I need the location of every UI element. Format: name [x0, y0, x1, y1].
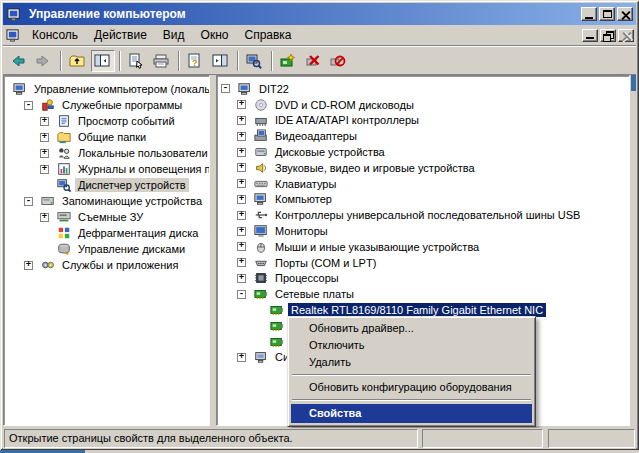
context-menu-item[interactable]: Обновить конфигурацию оборудования	[291, 379, 532, 396]
minimize-button[interactable]	[581, 7, 597, 21]
minimize-icon	[586, 37, 594, 39]
collapse-icon[interactable]: -	[221, 84, 237, 93]
tree-item[interactable]: +Просмотр событий	[4, 113, 209, 129]
expand-icon[interactable]: +	[237, 258, 253, 267]
up-level-button[interactable]	[66, 50, 90, 72]
menu-окно[interactable]: Окно	[193, 26, 237, 44]
console-icon[interactable]	[5, 27, 21, 43]
expand-icon[interactable]: +	[40, 133, 56, 142]
tree-item[interactable]: +Звуковые, видео и игровые устройства	[217, 160, 629, 176]
system-devices-icon	[253, 349, 269, 365]
child-window-buttons	[582, 29, 634, 42]
expand-icon[interactable]: +	[237, 132, 253, 141]
expand-icon[interactable]: +	[237, 148, 253, 157]
expand-icon[interactable]: +	[24, 261, 40, 270]
context-menu-item[interactable]: Свойства	[291, 404, 532, 423]
context-menu-item[interactable]: Обновить драйвер...	[291, 320, 532, 337]
child-restore-button[interactable]	[600, 29, 616, 42]
users-icon	[56, 145, 72, 161]
menu-вид[interactable]: Вид	[155, 26, 193, 44]
tree-item[interactable]: -Сетевые платы	[217, 286, 629, 302]
expand-icon[interactable]: +	[237, 195, 253, 204]
expand-icon[interactable]: +	[40, 213, 56, 222]
expand-icon[interactable]: +	[40, 117, 56, 126]
uninstall-device-button[interactable]	[302, 50, 326, 72]
monitor-icon	[253, 223, 269, 239]
tree-item-label: Компьютер	[272, 192, 335, 206]
print-button[interactable]	[150, 50, 174, 72]
computer-icon	[253, 191, 269, 207]
tree-item[interactable]: +Процессоры	[217, 271, 629, 287]
tree-item[interactable]: +Компьютер	[217, 192, 629, 208]
expand-icon[interactable]: +	[237, 274, 253, 283]
tree-item[interactable]: +Общие папки	[4, 129, 209, 145]
tree-item[interactable]: +Клавиатуры	[217, 176, 629, 192]
tree-item[interactable]: +Видеоадаптеры	[217, 128, 629, 144]
tree-item[interactable]: +Контроллеры универсальной последователь…	[217, 207, 629, 223]
scan-hardware-changes-button[interactable]	[243, 50, 267, 72]
tree-item[interactable]: Управление компьютером (локальным)	[4, 81, 209, 97]
menu-действие[interactable]: Действие	[86, 26, 155, 44]
expand-icon[interactable]: +	[237, 211, 253, 220]
tree-item[interactable]: -DIT22	[217, 81, 629, 97]
tree-item-label: DVD и CD-ROM дисководы	[272, 98, 417, 112]
expand-icon[interactable]: +	[237, 100, 253, 109]
title-bar[interactable]: Управление компьютером	[3, 3, 636, 25]
tree-item[interactable]: +Дисковые устройства	[217, 144, 629, 160]
context-menu-item[interactable]: Отключить	[291, 337, 532, 354]
context-menu-item[interactable]: Удалить	[291, 354, 532, 371]
tree-item[interactable]: -Служебные программы	[4, 97, 209, 113]
defrag-icon	[56, 225, 72, 241]
tree-item[interactable]: +Журналы и оповещения производительности	[4, 161, 209, 177]
expand-icon[interactable]: +	[237, 353, 253, 362]
tree-item[interactable]: +DVD и CD-ROM дисководы	[217, 97, 629, 113]
expand-icon[interactable]: +	[40, 165, 56, 174]
disable-device-button[interactable]	[327, 50, 351, 72]
tree-item[interactable]: Дефрагментация диска	[4, 225, 209, 241]
tree-item-label: Службы и приложения	[59, 258, 181, 272]
status-bar: Открытие страницы свойств для выделенног…	[3, 428, 636, 449]
show-action-pane-button[interactable]	[209, 50, 233, 72]
video-adapter-icon	[253, 128, 269, 144]
close-button[interactable]	[617, 7, 633, 21]
tree-item[interactable]: +Порты (COM и LPT)	[217, 255, 629, 271]
disk-drive-icon	[253, 144, 269, 160]
forward-button[interactable]	[32, 50, 56, 72]
help-button[interactable]: ?	[184, 50, 208, 72]
child-close-button-disabled	[618, 29, 634, 42]
screen: Управление компьютером КонсольДействиеВи…	[0, 0, 639, 453]
child-minimize-button[interactable]	[582, 29, 598, 42]
tree-item[interactable]: +Мыши и иные указывающие устройства	[217, 239, 629, 255]
usb-icon	[253, 207, 269, 223]
console-tree-pane[interactable]: Управление компьютером (локальным)-Служе…	[3, 75, 210, 426]
computer-icon	[237, 81, 253, 97]
back-button[interactable]	[7, 50, 31, 72]
expand-icon[interactable]: +	[237, 179, 253, 188]
expand-icon[interactable]: +	[237, 116, 253, 125]
tree-item-label: Служебные программы	[59, 98, 185, 112]
tree-item[interactable]: +Мониторы	[217, 223, 629, 239]
tree-item[interactable]: +Службы и приложения	[4, 257, 209, 273]
tree-item[interactable]: Диспетчер устройств	[4, 177, 209, 193]
show-console-tree-button[interactable]	[91, 50, 115, 72]
collapse-icon[interactable]: -	[24, 101, 40, 110]
uninstall-icon	[305, 53, 321, 69]
tree-item[interactable]: -Запоминающие устройства	[4, 193, 209, 209]
collapse-icon[interactable]: -	[24, 197, 40, 206]
maximize-button[interactable]	[599, 7, 615, 21]
collapse-icon[interactable]: -	[237, 290, 253, 299]
tree-item[interactable]: +IDE ATA/ATAPI контроллеры	[217, 113, 629, 129]
expand-icon[interactable]: +	[237, 163, 253, 172]
menu-консоль[interactable]: Консоль	[24, 26, 86, 44]
update-driver-button[interactable]	[277, 50, 301, 72]
tree-item[interactable]: +Локальные пользователи и группы	[4, 145, 209, 161]
menu-справка[interactable]: Справка	[236, 26, 299, 44]
tree-item-label: Журналы и оповещения производительности	[75, 162, 210, 176]
tree-item[interactable]: +Съемные ЗУ	[4, 209, 209, 225]
tree-item[interactable]: Управление дисками	[4, 241, 209, 257]
properties-button[interactable]	[125, 50, 149, 72]
toolbar-separator	[119, 51, 121, 71]
expand-icon[interactable]: +	[237, 242, 253, 251]
expand-icon[interactable]: +	[237, 227, 253, 236]
expand-icon[interactable]: +	[40, 149, 56, 158]
